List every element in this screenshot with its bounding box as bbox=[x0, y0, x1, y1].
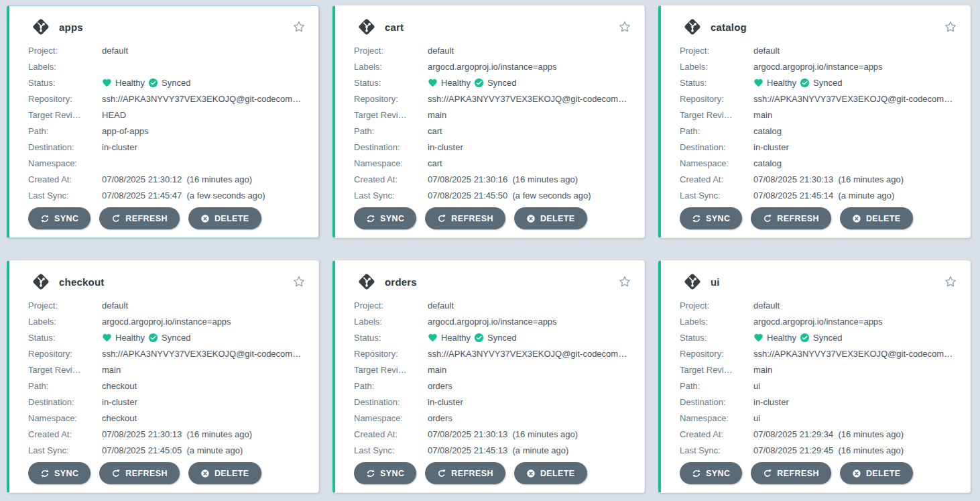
field-row-namespace: Namespace: checkout bbox=[28, 410, 308, 426]
favorite-star-icon[interactable] bbox=[943, 19, 958, 34]
application-card-orders[interactable]: orders Project: default Labels: argocd.a… bbox=[332, 260, 645, 493]
field-label: Labels: bbox=[354, 62, 428, 72]
health-status-text[interactable]: Healthy bbox=[115, 333, 145, 343]
sync-status-text[interactable]: Synced bbox=[162, 333, 190, 343]
sync-button[interactable]: SYNC bbox=[354, 462, 416, 484]
favorite-star-icon[interactable] bbox=[292, 274, 306, 289]
destination-value: in-cluster bbox=[102, 142, 308, 152]
labels-value: argocd.argoproj.io/instance=apps bbox=[428, 317, 633, 327]
field-label: Target Revi… bbox=[354, 110, 428, 120]
field-row-last-sync: Last Sync: 07/08/2025 21:45:05 (a minute… bbox=[28, 442, 308, 458]
favorite-star-icon[interactable] bbox=[943, 274, 958, 289]
delete-button[interactable]: DELETE bbox=[840, 462, 913, 484]
field-label: Path: bbox=[28, 126, 102, 136]
application-card-ui[interactable]: ui Project: default Labels: argocd.argop… bbox=[658, 260, 971, 493]
sync-button-label: SYNC bbox=[706, 469, 730, 478]
field-row-status: Status: Healthy Synced bbox=[680, 329, 959, 345]
delete-button[interactable]: DELETE bbox=[840, 207, 913, 229]
field-row-labels: Labels: argocd.argoproj.io/instance=apps bbox=[28, 313, 308, 329]
sync-button[interactable]: SYNC bbox=[28, 462, 90, 484]
refresh-button[interactable]: REFRESH bbox=[425, 207, 505, 229]
sync-status-text[interactable]: Synced bbox=[487, 78, 516, 88]
repository-value: ssh://APKA3NYVY37VEX3EKOJQ@git-codecom… bbox=[753, 94, 959, 104]
field-label: Created At: bbox=[680, 429, 753, 439]
refresh-button[interactable]: REFRESH bbox=[751, 462, 831, 484]
sync-button[interactable]: SYNC bbox=[28, 207, 90, 229]
application-card-apps[interactable]: apps Project: default Labels: Status: bbox=[7, 5, 319, 238]
status-value: Healthy Synced bbox=[753, 78, 959, 88]
labels-value: argocd.argoproj.io/instance=apps bbox=[428, 62, 633, 72]
last-sync-value: 07/08/2025 21:45:50 (a few seconds ago) bbox=[428, 190, 633, 201]
field-row-project: Project: default bbox=[354, 297, 633, 313]
field-label: Namespace: bbox=[354, 158, 428, 168]
created-at-value: 07/08/2025 21:29:34 (16 minutes ago) bbox=[753, 429, 959, 439]
application-name[interactable]: ui bbox=[711, 276, 720, 288]
target-revision-value: main bbox=[102, 365, 308, 375]
delete-button[interactable]: DELETE bbox=[188, 207, 261, 229]
target-revision-value: main bbox=[753, 365, 959, 375]
delete-button[interactable]: DELETE bbox=[514, 207, 587, 229]
card-actions: SYNC REFRESH DELETE bbox=[354, 203, 633, 229]
field-row-status: Status: Healthy Synced bbox=[28, 74, 308, 91]
application-name[interactable]: cart bbox=[385, 21, 404, 33]
destination-value: in-cluster bbox=[428, 397, 633, 407]
sync-button[interactable]: SYNC bbox=[680, 462, 742, 484]
card-header: catalog bbox=[680, 17, 959, 37]
destination-value: in-cluster bbox=[753, 397, 959, 407]
card-header: orders bbox=[354, 272, 633, 292]
field-label: Repository: bbox=[354, 94, 428, 104]
sync-status-text[interactable]: Synced bbox=[487, 333, 516, 343]
field-row-last-sync: Last Sync: 07/08/2025 21:45:50 (a few se… bbox=[354, 187, 633, 203]
field-row-path: Path: orders bbox=[354, 378, 633, 394]
path-value: app-of-apps bbox=[102, 126, 308, 136]
field-label: Project: bbox=[28, 300, 102, 311]
field-row-created-at: Created At: 07/08/2025 21:30:12 (16 minu… bbox=[28, 171, 308, 187]
favorite-star-icon[interactable] bbox=[617, 19, 632, 34]
field-label: Created At: bbox=[28, 429, 102, 439]
health-status-text[interactable]: Healthy bbox=[767, 78, 796, 88]
sync-status-text[interactable]: Synced bbox=[813, 78, 842, 88]
favorite-star-icon[interactable] bbox=[292, 19, 306, 34]
field-label: Destination: bbox=[680, 397, 753, 407]
field-row-created-at: Created At: 07/08/2025 21:30:13 (16 minu… bbox=[354, 426, 633, 442]
created-at-value: 07/08/2025 21:30:16 (16 minutes ago) bbox=[428, 174, 633, 184]
repository-value: ssh://APKA3NYVY37VEX3EKOJQ@git-codecom… bbox=[428, 94, 633, 104]
field-row-destination: Destination: in-cluster bbox=[354, 394, 633, 410]
sync-button-label: SYNC bbox=[380, 469, 404, 478]
delete-button[interactable]: DELETE bbox=[188, 462, 261, 484]
application-card-cart[interactable]: cart Project: default Labels: argocd.arg… bbox=[332, 5, 645, 238]
field-row-namespace: Namespace: cart bbox=[354, 155, 633, 171]
application-name[interactable]: orders bbox=[385, 276, 417, 288]
project-value: default bbox=[102, 46, 308, 56]
refresh-button[interactable]: REFRESH bbox=[99, 462, 180, 484]
sync-status-text[interactable]: Synced bbox=[813, 333, 842, 343]
health-status-text[interactable]: Healthy bbox=[767, 333, 796, 343]
delete-button-label: DELETE bbox=[215, 214, 249, 223]
delete-button[interactable]: DELETE bbox=[514, 462, 587, 484]
sync-button[interactable]: SYNC bbox=[680, 207, 742, 229]
field-label: Path: bbox=[354, 381, 428, 391]
application-name[interactable]: catalog bbox=[711, 21, 747, 33]
refresh-button[interactable]: REFRESH bbox=[425, 462, 505, 484]
health-status-text[interactable]: Healthy bbox=[441, 78, 471, 88]
sync-arrows-icon bbox=[692, 469, 701, 478]
sync-button[interactable]: SYNC bbox=[354, 207, 416, 229]
path-value: orders bbox=[428, 381, 633, 391]
sync-status-text[interactable]: Synced bbox=[162, 78, 190, 88]
application-card-catalog[interactable]: catalog Project: default Labels: argocd.… bbox=[658, 5, 971, 238]
favorite-star-icon[interactable] bbox=[617, 274, 632, 289]
application-card-checkout[interactable]: checkout Project: default Labels: argocd… bbox=[7, 260, 319, 493]
field-label: Status: bbox=[28, 333, 102, 343]
health-status-text[interactable]: Healthy bbox=[441, 333, 471, 343]
application-name[interactable]: checkout bbox=[59, 276, 104, 288]
refresh-button[interactable]: REFRESH bbox=[751, 207, 831, 229]
field-label: Target Revi… bbox=[680, 110, 753, 120]
field-label: Repository: bbox=[680, 349, 753, 359]
health-status-text[interactable]: Healthy bbox=[115, 78, 145, 88]
refresh-button[interactable]: REFRESH bbox=[99, 207, 180, 229]
application-name[interactable]: apps bbox=[59, 21, 83, 33]
field-row-last-sync: Last Sync: 07/08/2025 21:45:14 (a minute… bbox=[680, 187, 959, 203]
field-label: Status: bbox=[680, 78, 753, 88]
field-row-repository: Repository: ssh://APKA3NYVY37VEX3EKOJQ@g… bbox=[354, 345, 633, 361]
project-value: default bbox=[428, 300, 633, 311]
